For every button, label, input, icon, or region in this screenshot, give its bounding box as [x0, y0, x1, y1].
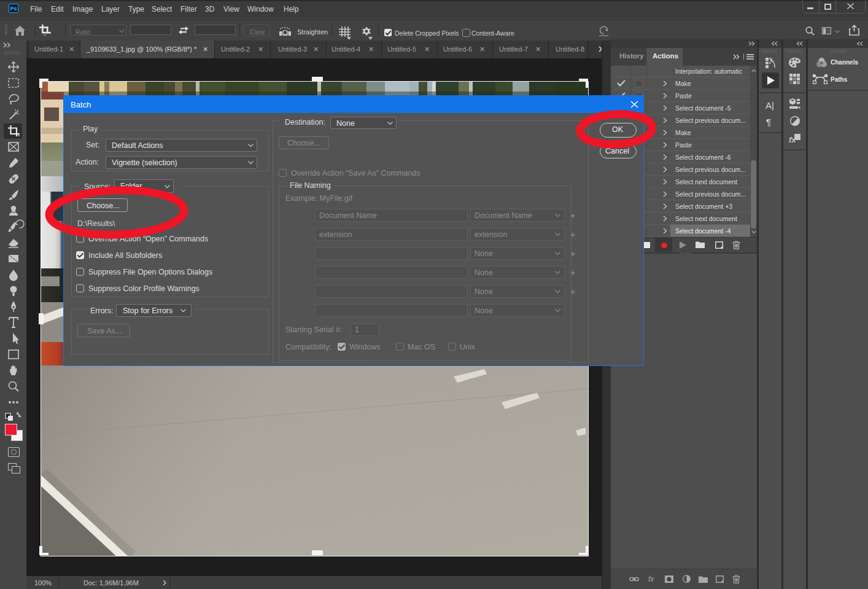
svg-text:fx: fx: [789, 135, 796, 144]
